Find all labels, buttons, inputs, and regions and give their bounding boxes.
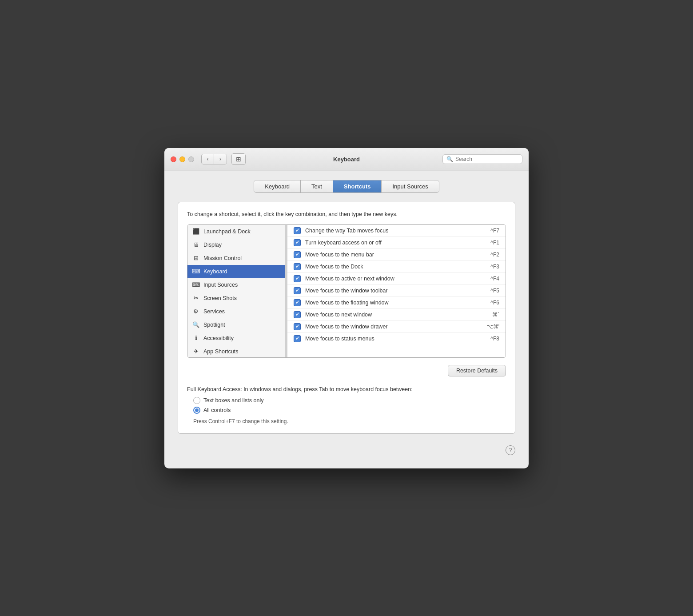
help-button[interactable]: ? bbox=[506, 445, 515, 455]
shortcut-checkbox-8[interactable] bbox=[294, 323, 301, 330]
shortcuts-sidebar: ⬛Launchpad & Dock🖥Display⊞Mission Contro… bbox=[187, 225, 285, 357]
search-icon: 🔍 bbox=[446, 156, 453, 162]
sidebar-label-display: Display bbox=[203, 242, 222, 248]
sidebar-label-mission-control: Mission Control bbox=[203, 255, 242, 261]
shortcut-checkbox-0[interactable] bbox=[294, 227, 301, 234]
tab-group: Keyboard Text Shortcuts Input Sources bbox=[254, 180, 439, 193]
forward-button[interactable]: › bbox=[214, 154, 227, 164]
shortcut-row-0: Change the way Tab moves focus^F7 bbox=[287, 225, 506, 237]
shortcut-checkbox-7[interactable] bbox=[294, 311, 301, 318]
radio-item-text-boxes[interactable]: Text boxes and lists only bbox=[193, 397, 506, 404]
sidebar-item-app-shortcuts[interactable]: ✈App Shortcuts bbox=[187, 345, 285, 357]
sidebar-icon-mission-control: ⊞ bbox=[192, 254, 200, 262]
keyboard-preferences-window: ‹ › ⊞ Keyboard 🔍 Keyboard Text Shortcuts… bbox=[164, 148, 529, 468]
close-button[interactable] bbox=[171, 156, 176, 162]
shortcut-label-0: Change the way Tab moves focus bbox=[305, 228, 486, 234]
search-input[interactable] bbox=[455, 156, 518, 162]
shortcut-label-7: Move focus to next window bbox=[305, 312, 488, 318]
sidebar-icon-keyboard: ⌨ bbox=[192, 268, 200, 276]
shortcut-checkbox-4[interactable] bbox=[294, 275, 301, 282]
tab-keyboard[interactable]: Keyboard bbox=[254, 180, 301, 192]
restore-defaults-button[interactable]: Restore Defaults bbox=[448, 365, 506, 376]
shortcuts-list: Change the way Tab moves focus^F7Turn ke… bbox=[287, 225, 506, 357]
sidebar-label-input-sources: Input Sources bbox=[203, 282, 238, 288]
shortcut-checkbox-5[interactable] bbox=[294, 287, 301, 294]
tab-text[interactable]: Text bbox=[301, 180, 333, 192]
shortcut-key-7: ⌘` bbox=[492, 312, 499, 318]
tab-shortcuts[interactable]: Shortcuts bbox=[333, 180, 382, 192]
shortcut-key-4: ^F4 bbox=[490, 276, 499, 282]
sidebar-label-launchpad: Launchpad & Dock bbox=[203, 228, 251, 235]
full-kb-title: Full Keyboard Access: In windows and dia… bbox=[187, 386, 506, 392]
sidebar-icon-screen-shots: ✂ bbox=[192, 294, 200, 302]
bottom-controls: Restore Defaults bbox=[187, 365, 506, 376]
minimize-button[interactable] bbox=[179, 156, 185, 162]
sidebar-item-input-sources[interactable]: ⌨Input Sources bbox=[187, 278, 285, 292]
shortcut-checkbox-9[interactable] bbox=[294, 335, 301, 342]
radio-group: Text boxes and lists onlyAll controls bbox=[193, 397, 506, 414]
shortcut-label-9: Move focus to status menus bbox=[305, 336, 486, 342]
shortcut-label-4: Move focus to active or next window bbox=[305, 276, 486, 282]
radio-circle-all-controls bbox=[193, 407, 200, 414]
sidebar-icon-services: ⚙ bbox=[192, 308, 200, 316]
traffic-lights bbox=[171, 156, 194, 162]
back-button[interactable]: ‹ bbox=[202, 154, 214, 164]
shortcut-key-3: ^F3 bbox=[490, 264, 499, 270]
sidebar-label-accessibility: Accessibility bbox=[203, 335, 234, 341]
sidebar-item-services[interactable]: ⚙Services bbox=[187, 305, 285, 318]
shortcut-label-6: Move focus to the floating window bbox=[305, 300, 486, 306]
shortcut-key-0: ^F7 bbox=[490, 228, 499, 234]
shortcut-row-4: Move focus to active or next window^F4 bbox=[287, 273, 506, 285]
sidebar-label-services: Services bbox=[203, 308, 225, 315]
maximize-button[interactable] bbox=[188, 156, 194, 162]
shortcuts-panel: To change a shortcut, select it, click t… bbox=[178, 202, 515, 434]
sidebar-label-app-shortcuts: App Shortcuts bbox=[203, 348, 239, 355]
shortcut-label-3: Move focus to the Dock bbox=[305, 264, 486, 270]
shortcut-row-2: Move focus to the menu bar^F2 bbox=[287, 249, 506, 261]
tab-input-sources[interactable]: Input Sources bbox=[382, 180, 438, 192]
shortcut-row-8: Move focus to the window drawer⌥⌘' bbox=[287, 321, 506, 333]
shortcut-key-2: ^F2 bbox=[490, 252, 499, 258]
shortcut-checkbox-2[interactable] bbox=[294, 251, 301, 258]
shortcut-checkbox-6[interactable] bbox=[294, 299, 301, 306]
shortcut-row-3: Move focus to the Dock^F3 bbox=[287, 261, 506, 273]
sidebar-item-launchpad[interactable]: ⬛Launchpad & Dock bbox=[187, 225, 285, 238]
sidebar-item-keyboard[interactable]: ⌨Keyboard bbox=[187, 265, 285, 278]
tab-bar: Keyboard Text Shortcuts Input Sources bbox=[178, 180, 515, 193]
shortcut-key-8: ⌥⌘' bbox=[487, 324, 499, 330]
shortcut-row-1: Turn keyboard access on or off^F1 bbox=[287, 237, 506, 249]
shortcut-row-9: Move focus to status menus^F8 bbox=[287, 333, 506, 344]
shortcut-row-6: Move focus to the floating window^F6 bbox=[287, 297, 506, 309]
sidebar-item-display[interactable]: 🖥Display bbox=[187, 238, 285, 252]
sidebar-icon-input-sources: ⌨ bbox=[192, 281, 200, 289]
shortcut-row-5: Move focus to the window toolbar^F5 bbox=[287, 285, 506, 297]
radio-item-all-controls[interactable]: All controls bbox=[193, 407, 506, 414]
press-hint: Press Control+F7 to change this setting. bbox=[193, 418, 506, 424]
shortcut-key-1: ^F1 bbox=[490, 240, 499, 246]
shortcut-checkbox-3[interactable] bbox=[294, 263, 301, 270]
shortcut-label-5: Move focus to the window toolbar bbox=[305, 288, 486, 294]
sidebar-item-accessibility[interactable]: ℹAccessibility bbox=[187, 332, 285, 345]
main-content: Keyboard Text Shortcuts Input Sources To… bbox=[164, 171, 529, 468]
search-bar[interactable]: 🔍 bbox=[442, 154, 522, 164]
nav-buttons: ‹ › bbox=[201, 154, 227, 164]
sidebar-label-spotlight: Spotlight bbox=[203, 322, 225, 328]
sidebar-label-keyboard: Keyboard bbox=[203, 268, 227, 275]
sidebar-item-screen-shots[interactable]: ✂Screen Shots bbox=[187, 292, 285, 305]
shortcut-key-6: ^F6 bbox=[490, 300, 499, 306]
radio-label-all-controls: All controls bbox=[203, 407, 231, 413]
radio-circle-text-boxes bbox=[193, 397, 200, 404]
sidebar-icon-app-shortcuts: ✈ bbox=[192, 348, 200, 356]
radio-label-text-boxes: Text boxes and lists only bbox=[203, 397, 264, 404]
shortcut-checkbox-1[interactable] bbox=[294, 239, 301, 246]
titlebar: ‹ › ⊞ Keyboard 🔍 bbox=[164, 148, 529, 171]
grid-button[interactable]: ⊞ bbox=[231, 153, 246, 165]
shortcut-key-9: ^F8 bbox=[490, 336, 499, 342]
sidebar-item-mission-control[interactable]: ⊞Mission Control bbox=[187, 252, 285, 265]
sidebar-item-spotlight[interactable]: 🔍Spotlight bbox=[187, 318, 285, 332]
shortcut-row-7: Move focus to next window⌘` bbox=[287, 309, 506, 321]
sidebar-label-screen-shots: Screen Shots bbox=[203, 295, 237, 301]
sidebar-icon-spotlight: 🔍 bbox=[192, 321, 200, 329]
full-keyboard-access-section: Full Keyboard Access: In windows and dia… bbox=[187, 386, 506, 424]
shortcut-label-2: Move focus to the menu bar bbox=[305, 252, 486, 258]
